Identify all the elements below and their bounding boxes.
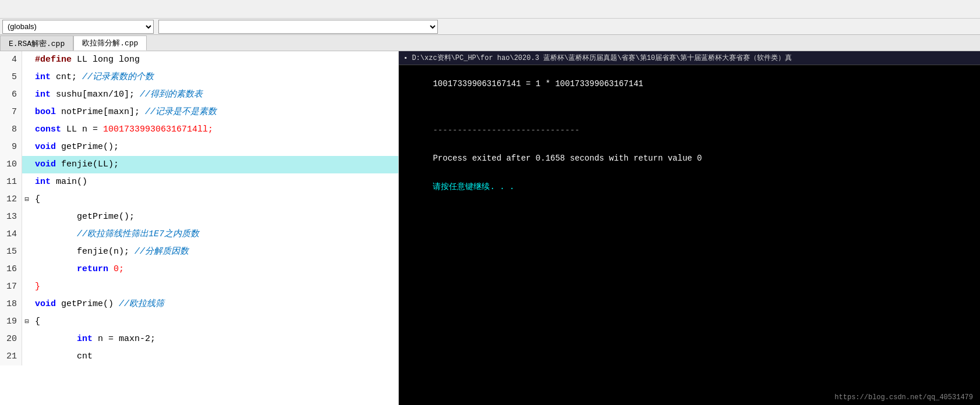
- line-num-11: 11: [0, 173, 22, 191]
- code-line-12: 12 ⊟ {: [0, 191, 398, 208]
- code-line-13: 13 getPrime();: [0, 208, 398, 226]
- code-line-8: 8 const LL n = 100173399306316714ll;: [0, 121, 398, 138]
- code-line-11: 11 int main(): [0, 173, 398, 191]
- code-content-21: cnt: [31, 348, 93, 365]
- code-content-18: void getPrime() //欧拉线筛: [31, 296, 164, 313]
- term-line-equation: 100173399063167141 = 1 * 100173399063167…: [433, 79, 643, 88]
- line-num-18: 18: [0, 296, 22, 313]
- line-num-14: 14: [0, 226, 22, 243]
- fold-12[interactable]: ⊟: [22, 191, 31, 208]
- symbol-dropdown[interactable]: [158, 20, 438, 34]
- dropdown-row: (globals): [0, 19, 980, 35]
- line-num-21: 21: [0, 348, 22, 365]
- line-num-6: 6: [0, 86, 22, 104]
- fold-19[interactable]: ⊟: [22, 313, 31, 331]
- line-num-4: 4: [0, 51, 22, 69]
- code-content-20: int n = maxn-2;: [31, 331, 155, 348]
- tab-row: E.RSA解密.cpp 欧拉筛分解.cpp: [0, 35, 980, 51]
- code-content-10: void fenjie(LL);: [31, 156, 119, 173]
- code-line-4: 4 #define LL long long: [0, 51, 398, 69]
- term-press-line: 请按任意键继续. . .: [433, 182, 514, 191]
- code-content-6: int sushu[maxn/10]; //得到的素数表: [31, 86, 203, 104]
- code-line-21: 21 cnt: [0, 348, 398, 365]
- tab-rsa[interactable]: E.RSA解密.cpp: [0, 35, 73, 51]
- code-content-11: int main(): [31, 173, 87, 191]
- code-content-9: void getPrime();: [31, 138, 119, 156]
- code-content-17: }: [31, 278, 40, 296]
- terminal-content[interactable]: 100173399063167141 = 1 * 100173399063167…: [399, 65, 980, 405]
- terminal-pane: ▪ D:\xzc资料\PC_HP\for hao\2020.3 蓝桥杯\蓝桥杯历…: [399, 51, 980, 405]
- tab-rsa-label: E.RSA解密.cpp: [9, 38, 65, 49]
- line-num-9: 9: [0, 138, 22, 156]
- tab-euler-label: 欧拉筛分解.cpp: [82, 38, 138, 48]
- line-num-7: 7: [0, 104, 22, 121]
- code-line-15: 15 fenjie(n); //分解质因数: [0, 243, 398, 261]
- code-line-6: 6 int sushu[maxn/10]; //得到的素数表: [0, 86, 398, 104]
- term-exit-line: Process exited after 0.1658 seconds with…: [433, 154, 702, 163]
- line-num-15: 15: [0, 243, 22, 261]
- line-num-13: 13: [0, 208, 22, 226]
- line-num-12: 12: [0, 191, 22, 208]
- code-content-5: int cnt; //记录素数的个数: [31, 69, 154, 86]
- code-content-4: #define LL long long: [31, 51, 140, 69]
- code-content-13: getPrime();: [31, 208, 135, 226]
- code-line-19: 19 ⊟ {: [0, 313, 398, 331]
- line-num-10: 10: [0, 156, 22, 173]
- code-content-19: {: [31, 313, 40, 331]
- code-line-14: 14 //欧拉筛线性筛出1E7之内质数: [0, 226, 398, 243]
- code-content-7: bool notPrime[maxn]; //记录是不是素数: [31, 104, 217, 121]
- code-content-8: const LL n = 100173399306316714ll;: [31, 121, 213, 138]
- code-lines: 4 #define LL long long 5 int cnt; //记录素数…: [0, 51, 398, 405]
- code-line-5: 5 int cnt; //记录素数的个数: [0, 69, 398, 86]
- code-line-9: 9 void getPrime();: [0, 138, 398, 156]
- toolbar: [0, 0, 980, 19]
- code-line-18: 18 void getPrime() //欧拉线筛: [0, 296, 398, 313]
- line-num-17: 17: [0, 278, 22, 296]
- terminal-titlebar: ▪ D:\xzc资料\PC_HP\for hao\2020.3 蓝桥杯\蓝桥杯历…: [399, 51, 980, 65]
- line-num-19: 19: [0, 313, 22, 331]
- code-line-17: 17 }: [0, 278, 398, 296]
- main-content: 4 #define LL long long 5 int cnt; //记录素数…: [0, 51, 980, 405]
- code-content-15: fenjie(n); //分解质因数: [31, 243, 189, 261]
- code-pane: 4 #define LL long long 5 int cnt; //记录素数…: [0, 51, 399, 405]
- tab-euler[interactable]: 欧拉筛分解.cpp: [73, 35, 147, 51]
- line-num-20: 20: [0, 331, 22, 348]
- line-num-16: 16: [0, 261, 22, 278]
- code-line-7: 7 bool notPrime[maxn]; //记录是不是素数: [0, 104, 398, 121]
- terminal-title-icon: ▪: [404, 54, 412, 62]
- term-divider: ------------------------------: [433, 126, 579, 135]
- terminal-title-text: D:\xzc资料\PC_HP\for hao\2020.3 蓝桥杯\蓝桥杯历届真…: [412, 54, 792, 62]
- code-content-12: {: [31, 191, 40, 208]
- scope-dropdown[interactable]: (globals): [2, 20, 154, 34]
- code-line-20: 20 int n = maxn-2;: [0, 331, 398, 348]
- watermark: https://blog.csdn.net/qq_40531479: [834, 393, 973, 402]
- line-num-8: 8: [0, 121, 22, 138]
- code-content-16: return 0;: [31, 261, 124, 278]
- code-content-14: //欧拉筛线性筛出1E7之内质数: [31, 226, 199, 243]
- line-num-5: 5: [0, 69, 22, 86]
- code-line-16: 16 return 0;: [0, 261, 398, 278]
- code-line-10: 10 void fenjie(LL);: [0, 156, 398, 173]
